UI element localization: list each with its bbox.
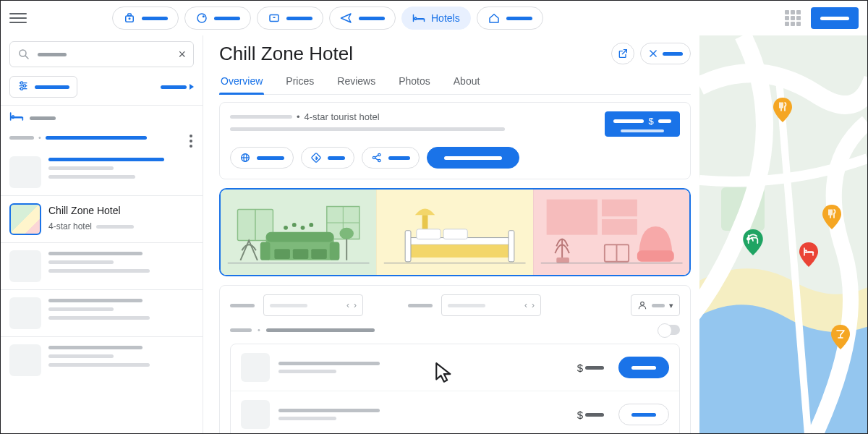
detail-tabs: Overview Prices Reviews Photos About	[219, 75, 691, 95]
result-thumbnail	[9, 297, 41, 329]
website-button[interactable]	[230, 147, 294, 169]
share-button[interactable]	[362, 147, 420, 169]
apps-button[interactable]	[785, 10, 801, 26]
svg-rect-51	[443, 229, 467, 239]
filters-icon	[17, 80, 29, 94]
result-item[interactable]	[1, 290, 203, 336]
bed-icon	[412, 12, 425, 24]
external-link-icon	[617, 48, 629, 59]
tab-about[interactable]: About	[452, 75, 482, 94]
offer-view-button[interactable]	[618, 404, 669, 425]
map-pin-current-hotel[interactable]	[743, 229, 760, 252]
summary-card: • 4-star tourist hotel $	[219, 102, 691, 179]
offer-item[interactable]: $	[231, 391, 679, 433]
result-item[interactable]	[1, 149, 203, 195]
map-pin-bar[interactable]	[831, 325, 848, 348]
item-menu-button[interactable]	[185, 135, 197, 148]
result-item-selected[interactable]: Chill Zone Hotel 4-star hotel	[1, 196, 203, 242]
plane-icon	[340, 12, 353, 24]
explore-icon	[195, 12, 208, 24]
map-pin-food[interactable]	[822, 205, 840, 228]
result-title: Chill Zone Hotel	[48, 205, 194, 216]
caret-right-icon	[190, 84, 194, 90]
gallery-photo	[376, 190, 532, 275]
result-item[interactable]	[1, 243, 203, 289]
person-icon	[637, 300, 647, 310]
photo-gallery[interactable]	[219, 188, 691, 276]
offer-book-button[interactable]	[618, 357, 669, 378]
result-subtitle: 4-star hotel	[48, 221, 194, 231]
tab-prices[interactable]: Prices	[284, 75, 315, 94]
svg-rect-55	[602, 219, 637, 235]
result-item[interactable]: •	[1, 130, 203, 149]
offer-item[interactable]: $	[231, 344, 679, 391]
provider-logo	[241, 353, 270, 382]
result-item[interactable]	[1, 337, 203, 383]
chevron-left-icon: ‹	[524, 300, 527, 310]
signin-button[interactable]	[811, 7, 859, 29]
svg-rect-37	[311, 249, 327, 259]
nav-chip-hotels-label: Hotels	[431, 12, 460, 24]
checkin-date-picker[interactable]: ‹›	[263, 294, 363, 316]
svg-point-14	[20, 88, 22, 90]
globe-icon	[239, 152, 251, 163]
close-details-button[interactable]	[640, 43, 691, 64]
free-cancellation-toggle[interactable]	[658, 325, 680, 335]
nav-chip-things[interactable]	[257, 7, 323, 30]
svg-rect-59	[556, 258, 569, 263]
topbar-right	[785, 7, 859, 29]
star-rating-text: 4-star tourist hotel	[305, 111, 380, 122]
tab-reviews[interactable]: Reviews	[336, 75, 377, 94]
svg-rect-48	[405, 231, 411, 262]
svg-line-24	[375, 156, 378, 158]
nav-chip-flights[interactable]	[329, 7, 396, 30]
tab-overview[interactable]: Overview	[219, 75, 264, 94]
menu-button[interactable]	[9, 9, 27, 27]
svg-line-8	[25, 56, 28, 59]
chevron-left-icon: ‹	[346, 300, 349, 310]
top-bar: Hotels	[1, 1, 867, 35]
svg-rect-50	[417, 229, 441, 239]
result-thumbnail	[9, 203, 41, 235]
nav-chip-rentals[interactable]	[477, 7, 543, 30]
nav-chip-explore[interactable]	[184, 7, 251, 30]
svg-point-61	[641, 302, 644, 305]
check-availability-button[interactable]: $	[605, 111, 680, 137]
tab-photos[interactable]: Photos	[397, 75, 432, 94]
ticket-icon	[268, 12, 281, 24]
category-header	[1, 106, 203, 130]
provider-logo	[241, 400, 270, 429]
clear-search-button[interactable]: ×	[178, 47, 186, 62]
svg-point-3	[197, 14, 206, 22]
nav-chip-travel[interactable]	[112, 7, 179, 30]
chevron-right-icon: ›	[354, 300, 357, 310]
map-panel[interactable]	[699, 35, 867, 433]
directions-button[interactable]	[301, 147, 354, 169]
suitcase-icon	[123, 12, 136, 24]
svg-rect-1	[128, 14, 132, 16]
search-icon	[17, 48, 30, 61]
search-input[interactable]: ×	[9, 41, 194, 67]
svg-rect-47	[408, 244, 510, 258]
nav-chip-hotels[interactable]: Hotels	[401, 7, 471, 30]
share-icon	[371, 152, 383, 163]
svg-rect-54	[602, 200, 637, 216]
svg-point-41	[309, 223, 313, 227]
svg-point-39	[292, 223, 297, 227]
svg-point-43	[339, 228, 354, 239]
booking-controls: ‹› ‹› ▾ •	[219, 285, 691, 433]
guests-selector[interactable]: ▾	[631, 294, 680, 316]
map-pin-food[interactable]	[773, 98, 791, 121]
checkout-date-picker[interactable]: ‹›	[441, 294, 541, 316]
close-icon	[648, 48, 658, 59]
primary-action-button[interactable]	[427, 147, 519, 169]
bed-icon	[9, 111, 24, 124]
offer-price: $	[577, 409, 604, 421]
map-pin-hotel[interactable]	[799, 242, 817, 265]
open-external-button[interactable]	[611, 43, 634, 64]
svg-rect-49	[509, 231, 514, 262]
filters-button[interactable]	[9, 76, 77, 98]
svg-point-13	[23, 85, 25, 87]
when-link[interactable]	[161, 84, 194, 90]
svg-point-38	[284, 226, 288, 230]
